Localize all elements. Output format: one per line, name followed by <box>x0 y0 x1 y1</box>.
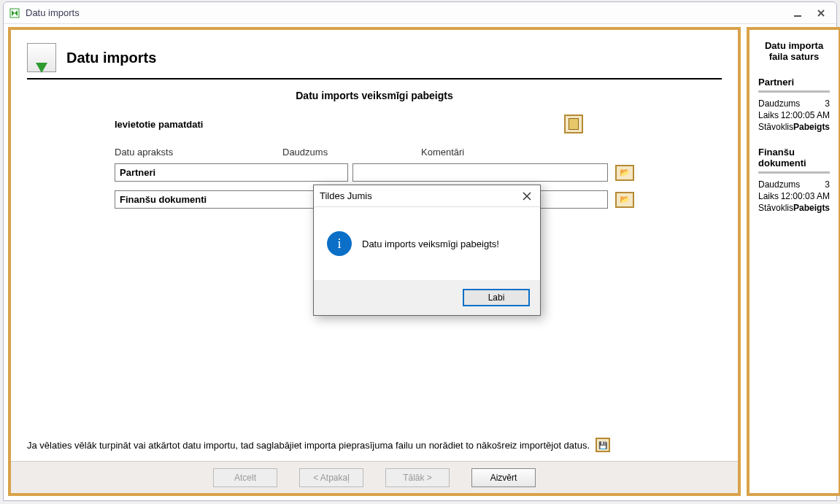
side-qty-value: 3 <box>825 179 830 190</box>
next-button: Tālāk > <box>385 468 450 487</box>
import-icon <box>27 43 56 72</box>
open-folder-button[interactable]: 📂 <box>615 192 634 208</box>
side-qty-label: Daudzums <box>758 179 800 190</box>
side-qty-label: Daudzums <box>758 98 800 109</box>
folder-icon: 📂 <box>620 168 630 177</box>
window-title: Datu imports <box>26 7 80 18</box>
dialog-close-button[interactable] <box>520 189 534 203</box>
table-row: Partneri 📂 <box>115 163 634 182</box>
side-state-label: Stāvoklis <box>758 203 793 213</box>
app-icon <box>8 7 21 20</box>
page-title: Datu imports <box>66 50 156 66</box>
side-state-label: Stāvoklis <box>758 122 793 132</box>
side-state-value: Pabeigts <box>793 122 830 132</box>
folder-icon: 📂 <box>620 195 630 204</box>
info-icon: i <box>327 231 352 256</box>
side-panel: Datu importa faila saturs Partneri Daudz… <box>747 27 840 496</box>
info-dialog: Tildes Jumis i Datu imports veiksmīgi pa… <box>313 185 541 316</box>
dialog-message: Datu imports veiksmīgi pabeigts! <box>362 239 499 249</box>
close-button[interactable]: Aizvērt <box>471 468 536 487</box>
save-request-button[interactable]: 💾 <box>596 438 610 452</box>
status-text: Datu imports veiksmīgi pabeigts <box>27 90 722 101</box>
column-headers: Datu apraksts Daudzums Komentāri <box>115 147 634 158</box>
side-state-value: Pabeigts <box>793 203 830 213</box>
side-time-value: 12:00:05 AM <box>781 110 830 120</box>
hint-text: Ja vēlaties vēlāk turpināt vai atkārtot … <box>27 440 590 451</box>
cancel-button: Atcelt <box>213 468 277 487</box>
dialog-ok-button[interactable]: Labi <box>463 289 530 306</box>
side-section-name: Finanšu dokumenti <box>758 147 830 168</box>
side-qty-value: 3 <box>825 98 830 109</box>
notes-button[interactable] <box>564 115 583 133</box>
open-folder-button[interactable]: 📂 <box>615 165 634 181</box>
minimize-button[interactable] <box>787 6 809 20</box>
side-section-name: Partneri <box>758 77 830 88</box>
column-header-description: Datu apraksts <box>115 147 282 158</box>
section-label-row: Ievietotie pamatdati <box>115 115 634 133</box>
close-window-button[interactable] <box>810 6 832 20</box>
side-divider <box>758 171 830 174</box>
side-time-label: Laiks <box>758 110 779 120</box>
hint-bar: Ja vēlaties vēlāk turpināt vai atkārtot … <box>27 438 722 452</box>
side-time-value: 12:00:03 AM <box>781 191 830 201</box>
row-comment-field[interactable] <box>352 163 608 182</box>
app-window: Datu imports Datu imports Datu imports v… <box>3 1 837 501</box>
column-header-comments: Komentāri <box>421 147 501 158</box>
back-button: < Atpakaļ <box>299 468 363 487</box>
dialog-title: Tildes Jumis <box>320 190 372 201</box>
column-header-quantity: Daudzums <box>282 147 421 158</box>
side-time-label: Laiks <box>758 191 779 201</box>
notes-icon <box>569 118 579 130</box>
page-header: Datu imports <box>27 43 722 72</box>
svg-rect-1 <box>794 15 801 17</box>
wizard-button-bar: Atcelt < Atpakaļ Tālāk > Aizvērt <box>11 461 738 493</box>
side-divider <box>758 90 830 93</box>
row-label: Partneri <box>115 163 348 182</box>
section-label: Ievietotie pamatdati <box>115 119 203 130</box>
side-panel-title: Datu importa faila saturs <box>758 40 830 62</box>
titlebar: Datu imports <box>4 2 836 24</box>
divider <box>27 78 722 80</box>
dialog-titlebar: Tildes Jumis <box>314 185 540 207</box>
